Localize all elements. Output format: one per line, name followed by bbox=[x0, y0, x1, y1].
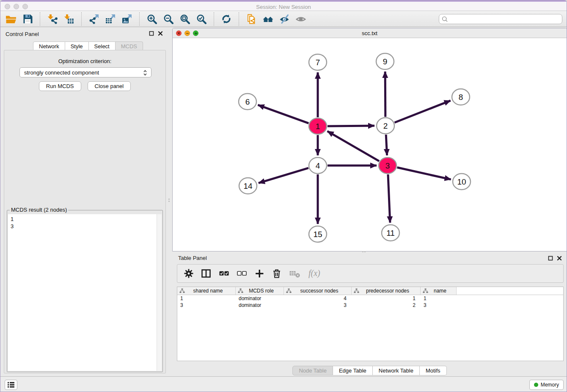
zoom-out-icon[interactable] bbox=[162, 13, 175, 25]
list-icon bbox=[7, 381, 15, 389]
network-view-frame: scc.txt 7968124314101511 bbox=[172, 28, 567, 251]
export-table-icon[interactable] bbox=[104, 13, 117, 25]
cell-name[interactable]: 3 bbox=[421, 302, 457, 308]
float-panel-icon[interactable] bbox=[548, 256, 553, 261]
optimization-criterion-select[interactable]: strongly connected component bbox=[19, 67, 151, 77]
tab-network-table[interactable]: Network Table bbox=[373, 366, 420, 375]
horizontal-split-handle[interactable] bbox=[362, 251, 366, 252]
graph-node-4[interactable]: 4 bbox=[309, 157, 327, 174]
float-panel-icon[interactable] bbox=[149, 31, 154, 36]
graph-node-7[interactable]: 7 bbox=[309, 54, 327, 70]
vertical-split-handle[interactable] bbox=[168, 199, 170, 202]
select-all-icon[interactable] bbox=[219, 271, 229, 276]
column-header-successor-nodes[interactable]: successor nodes bbox=[284, 287, 352, 295]
zoom-selected-icon[interactable] bbox=[195, 13, 208, 25]
table-row[interactable]: 1dominator411 bbox=[177, 295, 563, 302]
graph-node-8[interactable]: 8 bbox=[452, 89, 470, 105]
graph-node-1[interactable]: 1 bbox=[309, 118, 327, 134]
window-title: Session: New Session bbox=[0, 3, 567, 11]
cell-shared-name[interactable]: 1 bbox=[177, 295, 236, 301]
mcds-panel: Optimization criterion: strongly connect… bbox=[4, 50, 166, 373]
cell-predecessor-nodes[interactable]: 1 bbox=[352, 295, 421, 301]
eye-icon[interactable] bbox=[295, 13, 307, 25]
close-panel-icon[interactable] bbox=[158, 31, 163, 36]
edge-2-3[interactable] bbox=[386, 135, 387, 155]
edge-2-9[interactable] bbox=[385, 72, 385, 117]
import-network-icon[interactable] bbox=[46, 13, 59, 25]
cell-shared-name[interactable]: 3 bbox=[177, 302, 236, 308]
edge-1-6[interactable] bbox=[258, 105, 309, 123]
deselect-all-icon[interactable] bbox=[237, 271, 247, 276]
cell-name[interactable]: 1 bbox=[421, 295, 457, 301]
edge-3-11[interactable] bbox=[388, 174, 390, 223]
memory-button[interactable]: Memory bbox=[529, 380, 564, 390]
graph-node-10[interactable]: 10 bbox=[453, 174, 471, 190]
add-row-icon[interactable] bbox=[255, 269, 264, 278]
cell-predecessor-nodes[interactable]: 2 bbox=[352, 302, 421, 308]
zoom-fit-icon[interactable] bbox=[179, 13, 191, 25]
svg-text:8: 8 bbox=[459, 93, 463, 102]
table-tabs: Node TableEdge TableNetwork TableMotifs bbox=[172, 366, 567, 375]
status-bar: Memory bbox=[0, 376, 567, 392]
column-header-name[interactable]: name bbox=[421, 287, 457, 295]
edge-4-14[interactable] bbox=[259, 168, 308, 183]
cell-successor-nodes[interactable]: 3 bbox=[284, 302, 352, 308]
column-header-shared-name[interactable]: shared name bbox=[177, 287, 236, 295]
home-network-icon[interactable] bbox=[261, 13, 274, 25]
graph-node-2[interactable]: 2 bbox=[377, 118, 394, 134]
split-columns-icon[interactable] bbox=[201, 269, 211, 278]
tab-motifs[interactable]: Motifs bbox=[420, 366, 447, 375]
graph-node-9[interactable]: 9 bbox=[376, 53, 394, 69]
delete-row-icon[interactable] bbox=[272, 268, 281, 279]
mcds-result-text[interactable]: 1 3 bbox=[8, 214, 162, 371]
svg-text:14: 14 bbox=[243, 182, 253, 190]
table-body: 1dominator4113dominator323 bbox=[177, 295, 563, 309]
mcds-result-group: MCDS result (2 nodes) 1 3 bbox=[7, 210, 163, 372]
close-panel-button[interactable]: Close panel bbox=[88, 81, 131, 91]
import-table-icon[interactable] bbox=[63, 13, 75, 25]
network-canvas: 7968124314101511 bbox=[173, 38, 567, 251]
export-network-icon[interactable] bbox=[88, 13, 100, 25]
hide-panel-eye-icon[interactable] bbox=[278, 13, 291, 25]
open-folder-icon[interactable] bbox=[5, 13, 17, 25]
column-header-MCDS-role[interactable]: MCDS role bbox=[236, 287, 284, 295]
edge-2-8[interactable] bbox=[395, 101, 451, 123]
node-table: shared nameMCDS rolesuccessor nodesprede… bbox=[177, 287, 564, 361]
close-panel-icon[interactable] bbox=[557, 256, 562, 261]
cell-MCDS-role[interactable]: dominator bbox=[236, 302, 284, 308]
control-panel: Control Panel NetworkStyleSelectMCDS Opt… bbox=[0, 27, 169, 377]
network-canvas-svg[interactable]: 7968124314101511 bbox=[173, 38, 567, 251]
mcds-result-title: MCDS result (2 nodes) bbox=[10, 207, 68, 213]
refresh-icon[interactable] bbox=[220, 13, 233, 25]
tab-edge-table[interactable]: Edge Table bbox=[333, 366, 373, 375]
task-list-button[interactable] bbox=[5, 380, 17, 390]
svg-text:11: 11 bbox=[386, 229, 395, 237]
run-mcds-button[interactable]: Run MCDS bbox=[39, 81, 81, 91]
control-panel-title: Control Panel bbox=[6, 31, 39, 37]
graph-node-11[interactable]: 11 bbox=[382, 225, 399, 241]
edge-1-2[interactable] bbox=[328, 126, 374, 126]
zoom-in-icon[interactable] bbox=[146, 13, 158, 25]
cell-successor-nodes[interactable]: 4 bbox=[284, 295, 352, 301]
duplicate-network-icon[interactable] bbox=[245, 13, 258, 25]
save-icon[interactable] bbox=[21, 13, 34, 25]
export-image-icon[interactable] bbox=[121, 13, 133, 25]
settings-gear-icon[interactable] bbox=[184, 269, 193, 278]
graph-node-3[interactable]: 3 bbox=[379, 157, 396, 174]
optimization-criterion-label: Optimization criterion: bbox=[4, 58, 165, 64]
tab-node-table[interactable]: Node Table bbox=[292, 366, 333, 375]
result-scrollbar[interactable] bbox=[157, 214, 162, 371]
edge-3-1[interactable] bbox=[328, 131, 379, 161]
graph-node-14[interactable]: 14 bbox=[239, 178, 257, 194]
function-builder-icon: f(x) bbox=[308, 268, 324, 279]
graph-node-15[interactable]: 15 bbox=[309, 226, 327, 242]
search-box bbox=[439, 14, 562, 24]
svg-text:6: 6 bbox=[245, 97, 250, 106]
graph-node-6[interactable]: 6 bbox=[239, 94, 256, 110]
column-header-predecessor-nodes[interactable]: predecessor nodes bbox=[352, 287, 421, 295]
search-input[interactable] bbox=[439, 14, 562, 24]
table-row[interactable]: 3dominator323 bbox=[177, 302, 563, 309]
cell-MCDS-role[interactable]: dominator bbox=[236, 295, 284, 301]
edge-3-10[interactable] bbox=[397, 168, 451, 179]
application-window: Session: New Session Control Panel Netwo… bbox=[0, 0, 567, 392]
